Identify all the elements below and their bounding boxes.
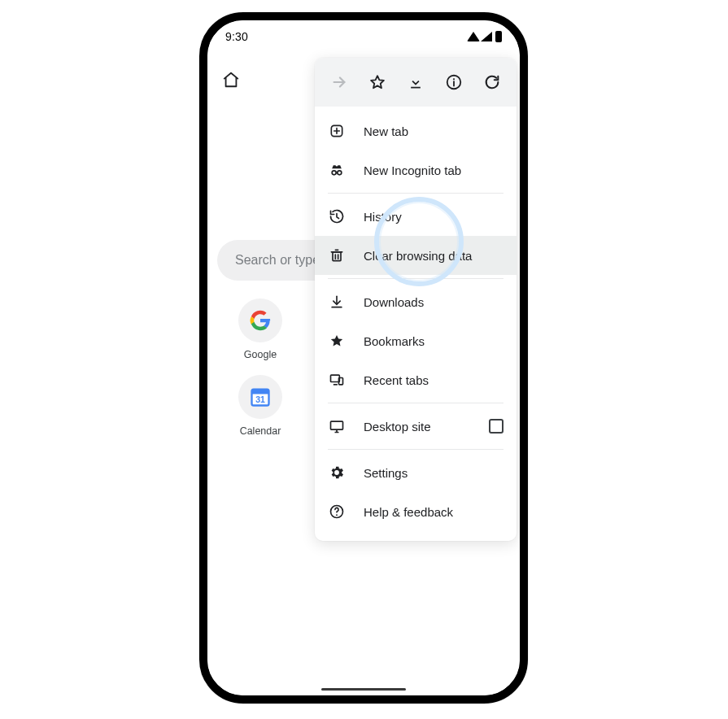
shortcut-calendar[interactable]: 31 Calendar <box>232 375 289 437</box>
forward-arrow-icon <box>330 73 348 91</box>
calendar-icon: 31 <box>238 375 282 419</box>
battery-icon <box>495 31 502 42</box>
downloads-icon <box>328 293 346 311</box>
star-filled-icon <box>328 332 346 350</box>
gesture-bar <box>321 688 406 691</box>
menu-item-history[interactable]: History <box>315 197 517 236</box>
menu-item-label: Downloads <box>364 295 424 309</box>
reload-icon <box>483 73 501 91</box>
menu-list: New tab New Incognito tab History <box>315 107 517 541</box>
menu-divider <box>328 449 503 450</box>
menu-item-label: New Incognito tab <box>364 163 461 177</box>
menu-item-bookmarks[interactable]: Bookmarks <box>315 321 517 360</box>
menu-divider <box>328 193 503 194</box>
menu-item-clear-browsing-data[interactable]: Clear browsing data <box>315 236 517 275</box>
svg-text:31: 31 <box>255 394 265 404</box>
home-icon <box>222 71 240 89</box>
svg-rect-14 <box>331 421 343 429</box>
menu-item-settings[interactable]: Settings <box>315 453 517 492</box>
menu-item-help-feedback[interactable]: Help & feedback <box>315 492 517 531</box>
menu-divider <box>328 403 503 403</box>
menu-item-label: New tab <box>364 124 408 138</box>
menu-item-desktop-site[interactable]: Desktop site <box>315 407 517 446</box>
svg-rect-4 <box>252 390 269 394</box>
page-info-button[interactable] <box>438 66 470 98</box>
menu-item-label: Recent tabs <box>364 373 429 387</box>
star-outline-icon <box>368 73 386 91</box>
menu-item-downloads[interactable]: Downloads <box>315 282 517 321</box>
info-icon <box>445 73 463 91</box>
menu-item-incognito[interactable]: New Incognito tab <box>315 150 517 190</box>
phone-frame: 9:30 <box>199 12 528 704</box>
download-button[interactable] <box>399 66 432 98</box>
svg-point-7 <box>453 78 455 80</box>
shortcut-label: Calendar <box>240 425 281 437</box>
bookmark-button[interactable] <box>361 66 394 98</box>
desktop-site-checkbox[interactable] <box>489 419 503 434</box>
svg-point-9 <box>332 171 336 175</box>
new-tab-icon <box>328 122 346 140</box>
menu-item-label: History <box>364 210 402 224</box>
status-bar: 9:30 <box>207 20 520 53</box>
menu-item-recent-tabs[interactable]: Recent tabs <box>315 360 517 399</box>
chrome-overflow-menu: New tab New Incognito tab History <box>315 58 517 541</box>
menu-item-label: Clear browsing data <box>364 249 472 263</box>
shortcut-google[interactable]: Google <box>232 298 289 360</box>
shortcut-label: Google <box>244 349 277 360</box>
svg-point-10 <box>338 171 342 175</box>
desktop-icon <box>328 417 346 435</box>
cell-signal-icon <box>481 32 492 41</box>
trash-icon <box>328 246 346 264</box>
devices-icon <box>328 371 346 389</box>
menu-divider <box>328 278 503 279</box>
menu-item-label: Bookmarks <box>364 334 425 348</box>
svg-point-16 <box>336 514 338 516</box>
home-button[interactable] <box>215 63 247 96</box>
status-icons <box>467 31 502 42</box>
svg-rect-11 <box>333 252 341 261</box>
google-g-icon <box>238 298 282 342</box>
history-icon <box>328 207 346 225</box>
menu-item-label: Desktop site <box>364 420 431 434</box>
help-icon <box>328 503 346 521</box>
menu-item-label: Settings <box>364 466 408 480</box>
incognito-icon <box>328 161 346 179</box>
menu-item-new-tab[interactable]: New tab <box>315 111 517 150</box>
download-icon <box>408 74 424 90</box>
reload-button[interactable] <box>476 66 508 98</box>
menu-item-label: Help & feedback <box>364 505 453 519</box>
wifi-icon <box>467 32 480 41</box>
gear-icon <box>328 464 346 482</box>
menu-toolbar <box>315 58 517 107</box>
svg-rect-13 <box>339 378 343 385</box>
status-time: 9:30 <box>225 30 248 43</box>
forward-button[interactable] <box>323 66 355 98</box>
